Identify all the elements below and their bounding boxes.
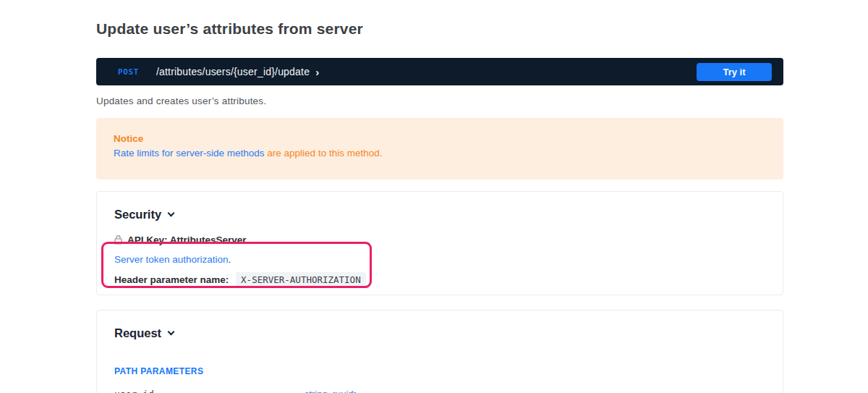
header-param-row: Header parameter name: X-SERVER-AUTHORIZ… (114, 274, 765, 285)
header-param-label: Header parameter name: (114, 274, 229, 285)
page-title: Update user’s attributes from server (96, 20, 363, 38)
request-heading[interactable]: Request (114, 326, 765, 340)
try-it-button[interactable]: Try it (697, 63, 772, 81)
http-method-badge: POST (118, 67, 139, 77)
operation-path: /attributes/users/{user_id}/update (156, 66, 310, 77)
request-heading-label: Request (114, 326, 161, 340)
chevron-down-icon[interactable] (168, 329, 175, 336)
rate-limits-link[interactable]: Rate limits for server-side methods (114, 148, 265, 159)
expand-chevron-icon[interactable]: › (315, 67, 319, 77)
api-doc-content: Update user’s attributes from server POS… (96, 0, 783, 393)
header-param-value: X-SERVER-AUTHORIZATION (236, 272, 366, 287)
param-row: user_id string <uuid> (114, 389, 765, 393)
lock-icon (114, 235, 122, 245)
security-heading-label: Security (114, 208, 161, 221)
security-heading[interactable]: Security (114, 208, 765, 221)
operation-description: Updates and creates user’s attributes. (96, 96, 266, 106)
chevron-down-icon[interactable] (168, 210, 175, 217)
path-parameters-label: PATH PARAMETERS (114, 366, 765, 376)
auth-suffix: . (229, 254, 231, 265)
api-key-row: API Key: AttributesServer (114, 234, 765, 245)
operation-bar[interactable]: POST /attributes/users/{user_id}/update … (96, 58, 783, 85)
server-token-auth-link[interactable]: Server token authorization (114, 254, 229, 265)
notice-title: Notice (114, 133, 766, 144)
param-name: user_id (114, 389, 305, 393)
api-key-label: API Key: AttributesServer (127, 234, 247, 245)
notice-banner: Notice Rate limits for server-side metho… (96, 118, 783, 179)
security-section: Security API Key: AttributesServer Serve… (96, 191, 783, 295)
param-type: string <uuid> (305, 389, 359, 393)
auth-link-row: Server token authorization. (114, 254, 765, 265)
notice-body: Rate limits for server-side methods are … (114, 148, 766, 159)
request-section: Request PATH PARAMETERS user_id string <… (96, 310, 783, 393)
notice-suffix-text: are applied to this method. (265, 148, 383, 159)
